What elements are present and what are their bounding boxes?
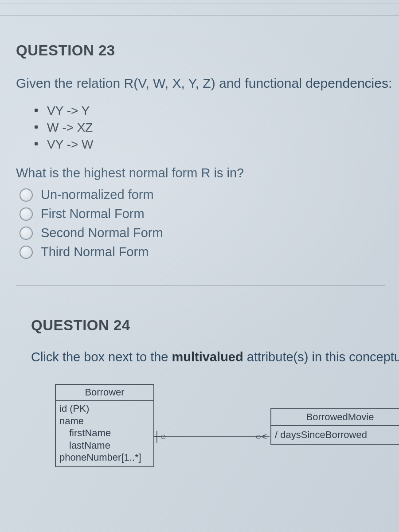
radio-icon[interactable] [20,227,33,240]
question-divider [16,285,385,286]
option-label: Second Normal Form [41,226,163,240]
slash-marker: / [275,429,280,440]
cardinality-right-icon: ○< [255,431,267,442]
er-diagram: Borrower id (PK) name firstName lastName… [31,384,385,481]
option-unnormalized[interactable]: Un-normalized form [20,188,385,202]
q23-options: Un-normalized form First Normal Form Sec… [20,188,385,259]
radio-icon[interactable] [20,188,33,202]
question-24: QUESTION 24 Click the box next to the mu… [16,317,385,481]
attr-id[interactable]: id (PK) [59,403,150,415]
attr-lastname[interactable]: lastName [59,439,150,452]
q23-prompt: Given the relation R(V, W, X, Y, Z) and … [16,76,385,91]
q24-title: QUESTION 24 [31,317,385,334]
option-2nf[interactable]: Second Normal Form [20,226,385,240]
q24-prompt-post: attribute(s) in this conceptua [243,350,399,364]
question-23: QUESTION 23 Given the relation R(V, W, X… [16,42,385,259]
option-label: Third Normal Form [41,245,149,259]
q23-subprompt: What is the highest normal form R is in? [16,166,385,180]
top-rule-2 [0,15,399,16]
q24-prompt-bold: multivalued [172,350,243,364]
radio-icon[interactable] [20,207,33,221]
entity-borrower-name: Borrower [56,385,153,401]
entity-borrower: Borrower id (PK) name firstName lastName… [55,384,154,467]
radio-icon[interactable] [20,246,33,259]
fd-item: VY -> Y [47,102,385,119]
q23-fd-list: VY -> Y W -> XZ VY -> W [16,102,385,153]
entity-borrowedmovie-name: BorrowedMovie [271,409,399,426]
attr-dayssinceborrowed[interactable]: / daysSinceBorrowed [275,429,399,441]
q23-title: QUESTION 23 [16,42,385,59]
q24-prompt-pre: Click the box next to the [31,350,172,364]
top-rule-1 [0,4,399,4]
page-content: QUESTION 23 Given the relation R(V, W, X… [0,42,399,532]
attr-firstname[interactable]: firstName [59,427,150,439]
entity-borrowedmovie: BorrowedMovie / daysSinceBorrowed [270,408,399,445]
attr-name[interactable]: name [59,415,150,427]
q24-prompt: Click the box next to the multivalued at… [31,350,385,364]
fd-item: W -> XZ [47,119,385,136]
option-label: Un-normalized form [41,188,154,202]
attr-dayssinceborrowed-label: daysSinceBorrowed [280,429,367,440]
relationship-line [153,436,270,437]
option-3nf[interactable]: Third Normal Form [20,245,385,259]
entity-borrower-body: id (PK) name firstName lastName phoneNum… [56,401,153,466]
cardinality-left-icon: ┼○ [153,431,166,442]
fd-item: VY -> W [47,136,385,153]
entity-borrowedmovie-body: / daysSinceBorrowed [271,426,399,444]
option-1nf[interactable]: First Normal Form [20,207,385,221]
option-label: First Normal Form [41,207,145,221]
attr-phonenumber[interactable]: phoneNumber[1..*] [59,451,150,464]
